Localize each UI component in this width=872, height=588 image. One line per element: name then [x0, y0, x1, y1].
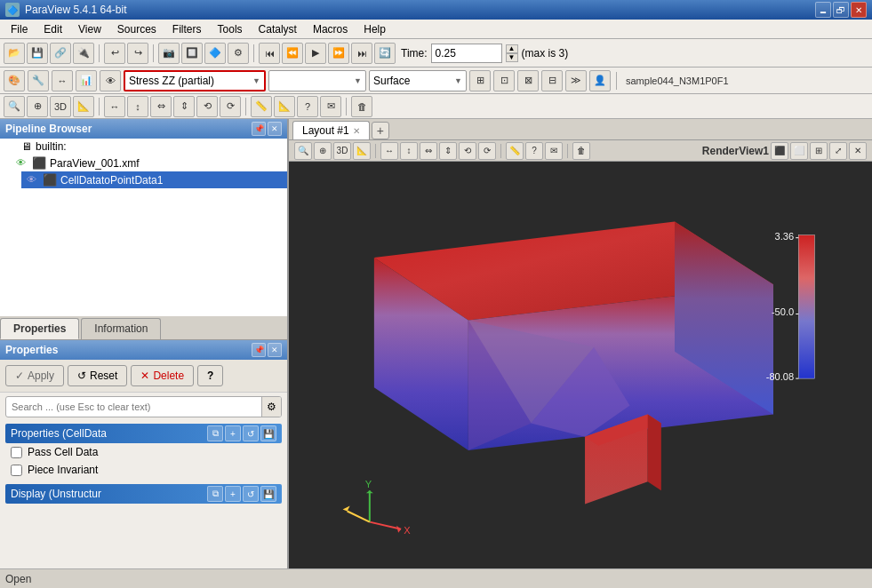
section-refresh-btn[interactable]: ↺ [243, 425, 259, 441]
menu-tools[interactable]: Tools [211, 21, 250, 37]
toolbar-disconnect-btn[interactable]: 🔌 [73, 43, 94, 64]
toolbar-camera-btn[interactable]: 📷 [158, 43, 180, 64]
time-spin-down[interactable]: ▼ [506, 53, 518, 62]
add-layout-btn[interactable]: + [372, 122, 389, 139]
render-tb-btn6[interactable]: ↕ [400, 142, 418, 160]
render-tb-btn9[interactable]: ⟲ [459, 142, 476, 160]
toolbar-select-btn[interactable]: 🔲 [181, 43, 203, 64]
search-input[interactable] [6, 399, 261, 415]
toolbar-filter-btn[interactable]: 🔷 [204, 43, 226, 64]
props-section-controls-display[interactable]: ⧉ + ↺ 💾 [207, 486, 276, 502]
pass-cell-checkbox[interactable] [11, 447, 22, 458]
props-pin-btn[interactable]: 📌 [252, 343, 266, 357]
tb2-orient1[interactable]: ⊞ [469, 70, 491, 91]
render-tb-btn5[interactable]: ↔ [380, 142, 398, 160]
tb3-btn14[interactable]: ✉ [320, 96, 341, 117]
menu-view[interactable]: View [71, 21, 108, 37]
render-3d-btn[interactable]: 3D [333, 142, 351, 160]
tb3-btn9[interactable]: ⟲ [196, 96, 218, 117]
tb2-btn4[interactable]: 📊 [76, 70, 97, 91]
props-header-controls[interactable]: 📌 ✕ [252, 343, 282, 357]
section-add-btn[interactable]: + [225, 425, 241, 441]
menu-catalyst[interactable]: Catalyst [252, 21, 304, 37]
tb2-orient4[interactable]: ⊟ [541, 70, 563, 91]
pipeline-item-celldata[interactable]: 👁 ⬛ CellDatatoPointData1 [21, 171, 287, 188]
tb3-btn1[interactable]: 🔍 [4, 96, 25, 117]
toolbar-save-btn[interactable]: 💾 [27, 43, 48, 64]
props-section-controls-celldata[interactable]: ⧉ + ↺ 💾 [207, 425, 276, 441]
tb3-btn15[interactable]: 🗑 [351, 96, 372, 117]
render-tb-btn14[interactable]: 🗑 [572, 142, 590, 160]
tb3-btn10[interactable]: ⟳ [220, 96, 241, 117]
piece-invariant-checkbox[interactable] [11, 465, 22, 476]
tb3-btn8[interactable]: ⇕ [173, 96, 195, 117]
title-bar-controls[interactable]: 🗕 🗗 ✕ [815, 2, 867, 18]
menu-file[interactable]: File [4, 21, 35, 37]
reset-button[interactable]: ↺ Reset [68, 365, 127, 386]
pipeline-header-controls[interactable]: 📌 ✕ [252, 122, 282, 136]
maximize-button[interactable]: 🗗 [833, 2, 849, 18]
pipeline-item-builtin[interactable]: 🖥 builtin: [0, 139, 287, 155]
time-input[interactable] [431, 44, 502, 63]
colormap-input-dropdown[interactable]: ▼ [268, 70, 366, 91]
time-spinner[interactable]: ▲ ▼ [506, 44, 518, 62]
pipeline-pin-btn[interactable]: 📌 [252, 122, 266, 136]
tb3-btn2[interactable]: ⊕ [27, 96, 48, 117]
close-button[interactable]: ✕ [851, 2, 867, 18]
pipeline-item-file[interactable]: 👁 ⬛ ParaView_001.xmf [11, 155, 287, 171]
render-tb-btn8[interactable]: ⇕ [439, 142, 457, 160]
tb2-btn3[interactable]: ↔ [52, 70, 73, 91]
checkbox-piece-invariant[interactable]: Piece Invariant [5, 461, 282, 479]
menu-filters[interactable]: Filters [165, 21, 209, 37]
menu-edit[interactable]: Edit [36, 21, 69, 37]
representation-dropdown[interactable]: Surface ▼ [369, 70, 467, 91]
render-tb-btn2[interactable]: ⊕ [314, 142, 332, 160]
render-tb-btn10[interactable]: ⟳ [478, 142, 496, 160]
display-add-btn[interactable]: + [225, 486, 241, 502]
tb3-btn4[interactable]: 📐 [73, 96, 94, 117]
render-split-4[interactable]: ⊞ [810, 142, 828, 160]
anim-play-btn[interactable]: ▶ [305, 43, 326, 64]
toolbar-open-btn[interactable]: 📂 [4, 43, 25, 64]
anim-start-btn[interactable]: ⏮ [259, 43, 280, 64]
apply-button[interactable]: ✓ Apply [5, 365, 64, 386]
tb2-orient3[interactable]: ⊠ [517, 70, 539, 91]
props-close-btn[interactable]: ✕ [268, 343, 282, 357]
search-gear-icon[interactable]: ⚙ [261, 397, 281, 417]
display-save-btn[interactable]: 💾 [260, 486, 276, 502]
render-split-v[interactable]: ⬜ [790, 142, 808, 160]
toolbar-settings-btn[interactable]: ⚙ [228, 43, 249, 64]
tb2-orient2[interactable]: ⊡ [493, 70, 515, 91]
render-close-view[interactable]: ✕ [849, 142, 867, 160]
render-tb-btn7[interactable]: ⇔ [420, 142, 437, 160]
tb2-btn1[interactable]: 🎨 [4, 70, 25, 91]
tb2-btn5[interactable]: 👁 [100, 70, 121, 91]
anim-prev-btn[interactable]: ⏪ [282, 43, 303, 64]
menu-macros[interactable]: Macros [306, 21, 355, 37]
help-button[interactable]: ? [197, 365, 223, 386]
tb2-btn2[interactable]: 🔧 [28, 70, 49, 91]
delete-button[interactable]: ✕ Delete [131, 365, 194, 386]
tb3-btn3[interactable]: 3D [50, 96, 71, 117]
display-copy-btn[interactable]: ⧉ [207, 486, 223, 502]
tb3-btn13[interactable]: ? [297, 96, 318, 117]
tb2-profile[interactable]: 👤 [589, 70, 611, 91]
tb3-btn12[interactable]: 📐 [274, 96, 295, 117]
render-tb-btn12[interactable]: ? [525, 142, 543, 160]
layout-tab-close[interactable]: ✕ [353, 126, 360, 136]
tb2-orient5[interactable]: ≫ [565, 70, 587, 91]
section-copy-btn[interactable]: ⧉ [207, 425, 223, 441]
tab-information[interactable]: Information [81, 318, 161, 339]
toolbar-redo-btn[interactable]: ↪ [127, 43, 148, 64]
tb3-btn7[interactable]: ⇔ [150, 96, 172, 117]
menu-help[interactable]: Help [356, 21, 393, 37]
render-split-h[interactable]: ⬛ [771, 142, 788, 160]
render-tb-btn13[interactable]: ✉ [545, 142, 563, 160]
render-area[interactable]: X Y [289, 162, 872, 568]
minimize-button[interactable]: 🗕 [815, 2, 831, 18]
toolbar-undo-btn[interactable]: ↩ [104, 43, 125, 64]
time-spin-up[interactable]: ▲ [506, 44, 518, 53]
anim-next-btn[interactable]: ⏩ [328, 43, 349, 64]
colormap-dropdown[interactable]: Stress ZZ (partial) ▼ [124, 70, 266, 91]
section-save-btn[interactable]: 💾 [260, 425, 276, 441]
